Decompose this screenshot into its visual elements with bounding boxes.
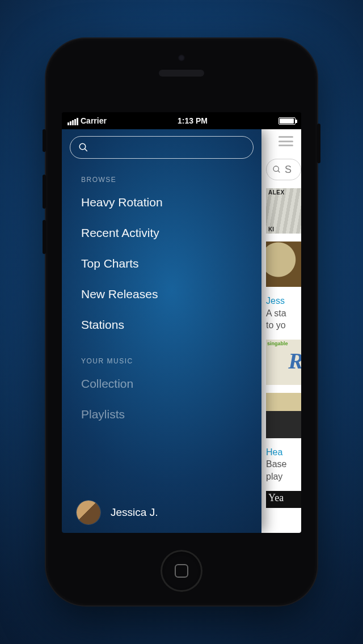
search-icon (272, 165, 281, 174)
album-script: Yea (266, 491, 301, 504)
album-tile[interactable] (266, 242, 301, 287)
nav-item-recent-activity[interactable]: Recent Activity (62, 218, 261, 248)
svg-point-2 (79, 143, 86, 150)
album-tile[interactable] (266, 393, 301, 438)
section-header-your-music: YOUR MUSIC (62, 340, 261, 368)
profile-row[interactable]: Jessica J. (62, 492, 261, 533)
clock: 1:13 PM (178, 116, 208, 125)
nav-item-heavy-rotation[interactable]: Heavy Rotation (62, 187, 261, 218)
volume-down-button[interactable] (43, 220, 46, 254)
nav-item-playlists[interactable]: Playlists (62, 399, 261, 430)
card-subtitle: Base (266, 458, 301, 471)
nav-item-top-charts[interactable]: Top Charts (62, 248, 261, 279)
carrier-label: Carrier (81, 116, 107, 125)
album-letter: R (288, 348, 301, 374)
svg-line-1 (278, 171, 280, 172)
album-tile[interactable]: singable R (266, 340, 301, 385)
drawer-search-input[interactable] (70, 136, 254, 159)
profile-name: Jessica J. (111, 506, 158, 519)
status-bar: Carrier 1:13 PM (62, 112, 301, 129)
hamburger-icon[interactable] (278, 136, 293, 146)
search-icon (78, 142, 88, 152)
phone-frame: Carrier 1:13 PM S Jess A sta to yo (46, 39, 317, 605)
card-subtitle: to yo (266, 319, 301, 332)
card-subtitle: play (266, 471, 301, 483)
card-blurb[interactable]: Hea Base play (266, 446, 301, 483)
svg-line-3 (85, 149, 87, 151)
album-tile[interactable] (266, 188, 301, 234)
content-search-text: S (285, 164, 292, 176)
earpiece (159, 70, 204, 77)
album-tag: singable (267, 341, 288, 346)
card-blurb[interactable]: Jess A sta to yo (266, 295, 301, 332)
signal-icon (67, 118, 78, 125)
home-button[interactable] (161, 550, 202, 592)
nav-drawer: BROWSE Heavy Rotation Recent Activity To… (62, 129, 261, 533)
screen: Carrier 1:13 PM S Jess A sta to yo (62, 112, 301, 533)
front-camera (178, 54, 185, 61)
card-title: Jess (266, 295, 301, 307)
volume-up-button[interactable] (43, 175, 46, 209)
card-subtitle: A sta (266, 307, 301, 320)
power-button[interactable] (317, 124, 320, 163)
card-title: Hea (266, 446, 301, 459)
section-header-browse: BROWSE (62, 159, 261, 187)
album-tile[interactable]: Yea (266, 491, 301, 508)
app-viewport: S Jess A sta to yo singable R Hea Base (62, 129, 301, 533)
nav-item-new-releases[interactable]: New Releases (62, 279, 261, 310)
svg-point-0 (273, 166, 278, 171)
main-content-peek[interactable]: S Jess A sta to yo singable R Hea Base (261, 129, 301, 533)
nav-item-collection[interactable]: Collection (62, 368, 261, 399)
mute-switch[interactable] (43, 129, 46, 152)
battery-icon (278, 117, 296, 125)
nav-item-stations[interactable]: Stations (62, 310, 261, 340)
content-search-input[interactable]: S (266, 159, 301, 180)
avatar (77, 501, 100, 524)
